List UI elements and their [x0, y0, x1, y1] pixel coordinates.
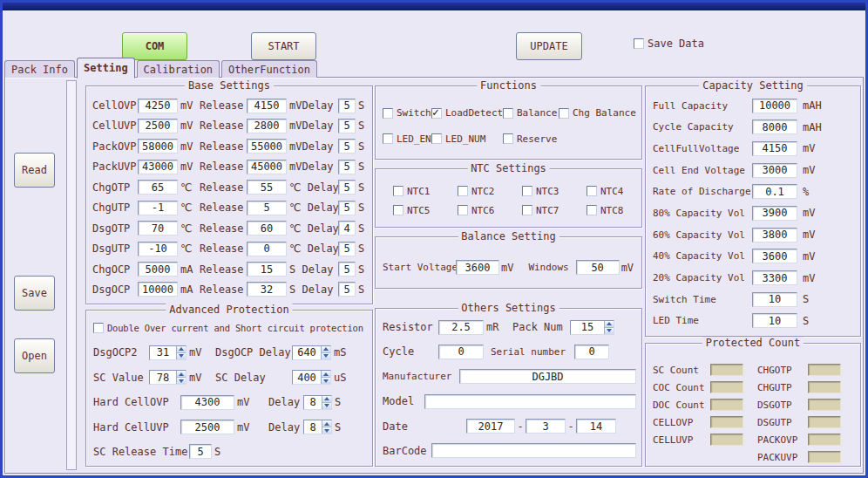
checkbox[interactable] [458, 205, 468, 215]
hard-uvp-delay-value[interactable]: 8 [304, 420, 322, 434]
spin-up-icon[interactable] [177, 346, 186, 352]
hard-ovp-delay-spinner[interactable]: 8 [303, 395, 332, 410]
pack-num-spinner[interactable]: 15 [570, 320, 614, 335]
checkbox[interactable] [458, 186, 468, 196]
double-protection-checkbox[interactable] [93, 323, 104, 333]
checkbox-item[interactable]: Balance [503, 107, 559, 119]
checkbox[interactable] [383, 133, 393, 144]
spin-down-icon[interactable] [177, 352, 186, 359]
checkbox[interactable] [503, 133, 513, 144]
checkbox[interactable] [522, 205, 532, 215]
spin-down-icon[interactable] [177, 377, 186, 384]
serial-number-field[interactable]: 0 [574, 345, 609, 359]
capacity-value-field[interactable]: 3600 [752, 249, 797, 263]
spin-up-icon[interactable] [322, 420, 331, 427]
date-month-field[interactable]: 3 [526, 419, 566, 434]
checkbox[interactable] [587, 205, 597, 215]
capacity-value-field[interactable]: 8000 [752, 120, 797, 134]
release-value-field[interactable]: 45000 [247, 160, 287, 174]
checkbox[interactable] [522, 186, 532, 196]
checkbox[interactable] [393, 186, 403, 196]
checkbox-item[interactable]: NTC3 [522, 186, 587, 197]
param-value-field[interactable]: 58000 [138, 139, 178, 154]
checkbox-item[interactable]: NTC6 [458, 205, 522, 216]
hard-ovp-delay-value[interactable]: 8 [304, 396, 322, 409]
checkbox[interactable] [431, 108, 442, 119]
capacity-value-field[interactable]: 10 [752, 313, 797, 328]
param-value-field[interactable]: 2500 [138, 119, 178, 133]
pack-num-value[interactable]: 15 [571, 321, 604, 334]
save-data-checkbox-item[interactable]: Save Data [634, 38, 704, 50]
checkbox[interactable] [587, 186, 597, 196]
sc-delay-spinner[interactable]: 400 [292, 370, 331, 385]
double-protection-row[interactable]: Double Over current and Short circuit pr… [93, 320, 369, 336]
splitter[interactable] [66, 80, 77, 470]
hard-celluvp-field[interactable]: 2500 [180, 420, 234, 434]
spin-down-icon[interactable] [605, 327, 614, 334]
save-button[interactable]: Save [14, 276, 55, 311]
resistor-field[interactable]: 2.5 [438, 320, 484, 335]
checkbox[interactable] [431, 133, 442, 144]
tab-pack-info[interactable]: Pack Info [4, 60, 75, 78]
spin-down-icon[interactable] [322, 427, 331, 434]
checkbox-item[interactable]: LED_NUM [431, 133, 503, 145]
capacity-value-field[interactable]: 3800 [752, 228, 797, 242]
tab-calibration[interactable]: Calibration [137, 60, 220, 78]
sc-value[interactable]: 78 [150, 371, 176, 384]
hard-cellovp-field[interactable]: 4300 [180, 395, 234, 410]
checkbox-item[interactable]: NTC4 [587, 186, 638, 197]
spin-down-icon[interactable] [322, 402, 331, 409]
spin-down-icon[interactable] [322, 352, 330, 359]
checkbox-item[interactable]: NTC7 [522, 205, 587, 216]
spin-up-icon[interactable] [605, 321, 614, 327]
title-bar[interactable] [3, 3, 865, 10]
checkbox[interactable] [383, 108, 393, 119]
param-value-field[interactable]: -10 [138, 242, 178, 256]
param-value-field[interactable]: 5000 [138, 262, 178, 277]
model-field[interactable] [424, 394, 636, 409]
release-value-field[interactable]: 60 [247, 221, 287, 236]
hard-uvp-delay-spinner[interactable]: 8 [303, 420, 332, 434]
delay-value-field[interactable]: 5 [338, 201, 356, 215]
checkbox-item[interactable]: NTC8 [587, 205, 638, 216]
dsgocp2-spinner[interactable]: 31 [149, 345, 186, 360]
dsgocp-delay-spinner[interactable]: 640 [292, 345, 331, 360]
delay-value-field[interactable]: 5 [338, 99, 356, 113]
release-value-field[interactable]: 15 [247, 262, 287, 277]
spin-down-icon[interactable] [322, 377, 330, 384]
open-button[interactable]: Open [14, 338, 55, 373]
read-button[interactable]: Read [14, 153, 55, 188]
capacity-value-field[interactable]: 10 [752, 292, 797, 307]
delay-value-field[interactable]: 5 [338, 139, 356, 154]
checkbox[interactable] [559, 108, 569, 119]
capacity-value-field[interactable]: 4150 [752, 141, 797, 156]
date-day-field[interactable]: 14 [576, 419, 616, 434]
param-value-field[interactable]: 4250 [138, 99, 178, 113]
sc-value-spinner[interactable]: 78 [149, 370, 186, 385]
windows-field[interactable]: 50 [576, 260, 620, 275]
release-value-field[interactable]: 32 [247, 282, 287, 297]
release-value-field[interactable]: 5 [247, 201, 287, 215]
checkbox-item[interactable]: LoadDetect [431, 107, 503, 119]
capacity-value-field[interactable]: 3900 [752, 206, 797, 221]
checkbox-item[interactable]: NTC1 [393, 186, 458, 197]
tab-setting[interactable]: Setting [77, 58, 135, 79]
date-year-field[interactable]: 2017 [466, 419, 515, 434]
tab-otherfunction[interactable]: OtherFunction [221, 60, 317, 78]
checkbox-item[interactable]: Chg Balance [559, 107, 638, 119]
delay-value-field[interactable]: 5 [338, 242, 356, 256]
spin-up-icon[interactable] [322, 396, 331, 402]
checkbox-item[interactable]: Switch [383, 107, 431, 119]
delay-value-field[interactable]: 5 [338, 180, 356, 195]
checkbox-item[interactable]: LED_EN [383, 133, 431, 145]
param-value-field[interactable]: 10000 [138, 282, 178, 297]
spin-up-icon[interactable] [322, 346, 330, 352]
param-value-field[interactable]: 43000 [138, 160, 178, 174]
manufacturer-field[interactable]: DGJBD [459, 369, 636, 384]
cycle-field[interactable]: 0 [438, 345, 484, 359]
release-value-field[interactable]: 55000 [247, 139, 287, 154]
delay-value-field[interactable]: 5 [338, 160, 356, 174]
dsgocp-delay-value[interactable]: 640 [293, 346, 321, 359]
param-value-field[interactable]: -1 [138, 201, 178, 215]
sc-release-field[interactable]: 5 [189, 444, 212, 459]
